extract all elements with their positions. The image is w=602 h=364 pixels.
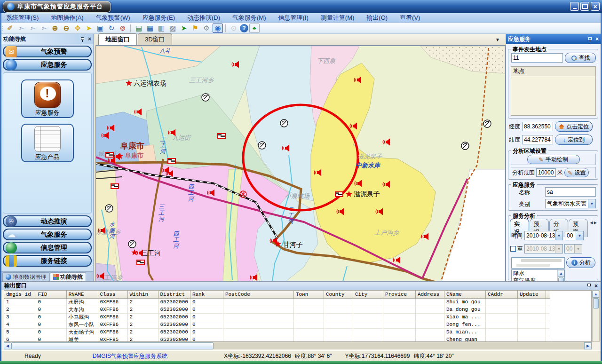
menu-item[interactable]: 查看(V) <box>394 14 426 22</box>
minimize[interactable] <box>570 2 579 11</box>
table-row[interactable]: 30小马厩沟0XFF8626523020000Xiao ma ... <box>4 313 550 321</box>
column-header[interactable]: Provice <box>383 291 415 298</box>
set-button[interactable]: ✎ 设置 <box>564 168 589 177</box>
nav-button[interactable]: 信息管理 <box>3 242 92 253</box>
select-rect-icon[interactable]: ➣ <box>27 24 38 33</box>
green-arrow-icon[interactable]: ➤ <box>179 24 189 33</box>
export-map-icon[interactable]: ▦ <box>145 24 155 33</box>
full-extent-icon[interactable]: ▣ <box>95 24 105 33</box>
vertical-scrollbar[interactable]: ▲ <box>592 290 600 342</box>
chevron-down-icon[interactable]: ▼ <box>495 37 500 42</box>
output-table[interactable]: dmgis_idFIDRNAMEClassWithinDistrictRankP… <box>4 291 550 342</box>
table-row[interactable]: 10水磨沟0XFF8626523020000Shui mo gou <box>4 298 550 306</box>
nav-button[interactable]: 气象服务 <box>3 229 92 240</box>
maximize[interactable] <box>580 2 589 11</box>
measure-icon[interactable]: ✐ <box>5 24 15 33</box>
flag-marker[interactable] <box>105 152 114 158</box>
chevron-down-icon[interactable]: ▼ <box>588 199 595 208</box>
mine-marker[interactable] <box>280 119 288 127</box>
mine-marker[interactable] <box>483 120 491 127</box>
date2-select[interactable]: 2010-08-13 ▼ <box>524 244 563 253</box>
date-select[interactable]: 2010-08-13 ▼ <box>524 231 563 240</box>
tab-scroll-icons[interactable]: ◀ ▶ <box>590 221 597 225</box>
close-icon[interactable]: × <box>595 36 599 42</box>
pin-icon[interactable] <box>80 37 85 42</box>
column-header[interactable]: FID <box>36 291 66 298</box>
nav-button[interactable]: 服务链接 <box>3 255 92 267</box>
column-header[interactable]: CName <box>444 291 485 298</box>
column-header[interactable]: Address <box>415 291 444 298</box>
launch-card[interactable]: 应急服务 <box>21 79 74 118</box>
nav-button[interactable]: 应急服务 <box>3 59 92 71</box>
click-locate-button[interactable]: 点击定位 <box>555 121 593 132</box>
flag-marker[interactable] <box>167 158 176 164</box>
listbox-scrollbar[interactable]: ▲ <box>557 270 564 281</box>
placemark-icon[interactable]: ⚑ <box>190 24 200 33</box>
globe-tool-icon[interactable]: ◉ <box>213 24 223 33</box>
analyze-button[interactable]: i 分析 <box>566 257 595 268</box>
column-header[interactable]: Class <box>98 291 127 298</box>
latitude-field[interactable] <box>522 135 553 144</box>
left-panel-tab[interactable]: 功能导航 <box>50 272 86 281</box>
list-item[interactable]: 空气温度 <box>512 277 557 281</box>
column-header[interactable]: District <box>158 291 190 298</box>
layers-icon[interactable]: ▤ <box>134 24 144 33</box>
flag-marker[interactable] <box>335 191 343 197</box>
mine-marker[interactable] <box>258 142 266 149</box>
column-header[interactable]: Town <box>293 291 324 298</box>
zoom-out-icon[interactable]: ⊖ <box>61 24 71 33</box>
search-button[interactable]: 查找 <box>565 53 596 63</box>
map-svg[interactable]: 八斗六运湖农场三工河乡下西泉九运街阜康市城关镇阜康市水磨沟乡三工河乡三工河甘河子… <box>96 46 505 281</box>
column-header[interactable]: PostCode <box>223 291 293 298</box>
column-header[interactable]: RNAME <box>66 291 98 298</box>
scroll-right-icon[interactable]: ▶ <box>584 342 592 349</box>
column-header[interactable]: dmgis_id <box>4 291 36 298</box>
menu-item[interactable]: 气象服务(M) <box>226 14 272 22</box>
mine-marker[interactable] <box>461 142 469 150</box>
print-icon[interactable]: ▥ <box>156 24 166 33</box>
location-list[interactable]: 地点 <box>511 66 596 116</box>
table-row[interactable]: 20大冬沟0XFF8626523020000Da dong gou <box>4 306 550 313</box>
scroll-up-icon[interactable]: ▲ <box>593 291 599 298</box>
toolbar-separator[interactable] <box>225 24 226 32</box>
table-row[interactable]: 50大面场子沟0XFF8626523020000Da mian... <box>4 328 550 336</box>
column-header[interactable]: Within <box>127 291 158 298</box>
map-tab[interactable]: 地图窗口 <box>98 33 137 45</box>
chevron-down-icon[interactable]: ▼ <box>555 231 562 240</box>
column-header[interactable]: Update <box>517 291 546 298</box>
menu-item[interactable]: 地图操作(A) <box>45 14 89 22</box>
table-row[interactable]: 60城关0XFF8526523020000Cheng guan <box>4 336 550 342</box>
help-icon[interactable]: ? <box>240 24 248 32</box>
toolbar-separator[interactable] <box>130 24 131 32</box>
manual-draw-button[interactable]: ✎ 手动绘制 <box>527 155 580 164</box>
hour-select[interactable]: 00 ▼ <box>565 231 584 240</box>
to-checkbox[interactable] <box>510 246 516 252</box>
element-listbox[interactable]: 降水空气温度空气湿度 ▲ <box>511 269 565 281</box>
menu-item[interactable]: 系统管理(S) <box>0 14 45 22</box>
range-input[interactable] <box>536 168 556 177</box>
location-list-header[interactable]: 地点 <box>511 67 595 76</box>
service-name-input[interactable] <box>545 187 596 197</box>
scroll-up-icon[interactable]: ▲ <box>558 270 564 277</box>
refresh-icon[interactable]: ↻ <box>106 24 117 33</box>
menu-item[interactable]: 信息管理(I) <box>272 14 315 22</box>
nav-button[interactable]: 气象预警 <box>3 46 92 57</box>
menu-item[interactable]: 气象预警(W) <box>90 14 136 22</box>
left-panel-tab[interactable]: 地图数据管理 <box>2 272 50 281</box>
select-arrow-icon[interactable]: ➣ <box>16 24 26 33</box>
column-header[interactable]: County <box>324 291 353 298</box>
flag-marker[interactable] <box>136 260 145 265</box>
zoom-in-icon[interactable]: ⊕ <box>50 24 60 33</box>
pin-icon[interactable] <box>586 283 592 288</box>
hour2-select[interactable]: 00 ▼ <box>564 244 582 253</box>
mine-marker[interactable] <box>202 94 209 101</box>
column-header[interactable]: City <box>353 291 383 298</box>
list-item[interactable]: 降水 <box>512 270 557 277</box>
close[interactable] <box>591 2 600 11</box>
launch-card[interactable]: 应急产品 <box>21 124 74 162</box>
column-header[interactable]: CAddr <box>485 291 517 298</box>
location-search-input[interactable] <box>511 53 563 63</box>
select-lasso-icon[interactable]: ➣ <box>39 24 49 33</box>
pin-icon[interactable] <box>587 37 593 42</box>
menu-item[interactable]: 应急服务(E) <box>136 14 181 22</box>
